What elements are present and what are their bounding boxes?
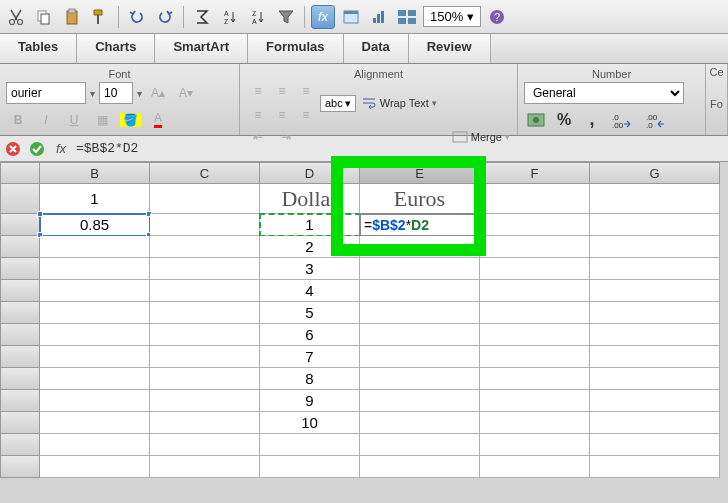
cell-D4[interactable]: 3 <box>260 258 360 280</box>
cut-icon[interactable] <box>4 5 28 29</box>
cell[interactable] <box>480 324 590 346</box>
cell[interactable] <box>360 368 480 390</box>
increase-decimal-button[interactable]: .0.00 <box>608 109 638 131</box>
chart-icon[interactable] <box>367 5 391 29</box>
align-top-icon[interactable]: ≡ <box>246 80 270 102</box>
cell[interactable] <box>40 434 150 456</box>
row-header[interactable] <box>0 412 40 434</box>
cell[interactable] <box>40 236 150 258</box>
align-center-icon[interactable]: ≡ <box>270 104 294 126</box>
sort-desc-icon[interactable]: ZA <box>246 5 270 29</box>
cell[interactable] <box>40 412 150 434</box>
fx-label[interactable]: fx <box>52 140 70 158</box>
cell[interactable] <box>590 258 720 280</box>
tab-formulas[interactable]: Formulas <box>248 34 344 63</box>
align-middle-icon[interactable]: ≡ <box>270 80 294 102</box>
sort-asc-icon[interactable]: AZ <box>218 5 242 29</box>
cell[interactable] <box>360 456 480 478</box>
fill-color-button[interactable]: 🪣 <box>118 109 142 131</box>
autosum-icon[interactable] <box>190 5 214 29</box>
cell-G2[interactable] <box>590 214 720 236</box>
cell-E1[interactable]: Euros <box>360 184 480 214</box>
cell-B1[interactable]: 1 <box>40 184 150 214</box>
col-header-C[interactable]: C <box>150 162 260 184</box>
cell[interactable] <box>360 302 480 324</box>
font-name-select[interactable] <box>6 82 86 104</box>
cell-C1[interactable] <box>150 184 260 214</box>
cell-E2-editing[interactable]: =$B$2*D2 <box>360 214 480 236</box>
col-header-F[interactable]: F <box>480 162 590 184</box>
chevron-down-icon[interactable]: ▾ <box>90 88 95 99</box>
cancel-formula-button[interactable] <box>4 140 22 158</box>
cell[interactable] <box>150 236 260 258</box>
confirm-formula-button[interactable] <box>28 140 46 158</box>
row-header[interactable] <box>0 434 40 456</box>
paste-icon[interactable] <box>60 5 84 29</box>
gallery-icon[interactable] <box>395 5 419 29</box>
cell[interactable] <box>150 302 260 324</box>
cell-D10[interactable]: 9 <box>260 390 360 412</box>
cell[interactable] <box>360 346 480 368</box>
row-header[interactable] <box>0 456 40 478</box>
align-left-icon[interactable]: ≡ <box>246 104 270 126</box>
cell[interactable] <box>590 346 720 368</box>
cell-D7[interactable]: 6 <box>260 324 360 346</box>
cell-D3[interactable]: 2 <box>260 236 360 258</box>
cell-F2[interactable] <box>480 214 590 236</box>
cell[interactable] <box>150 324 260 346</box>
cell[interactable] <box>360 412 480 434</box>
cell[interactable] <box>150 456 260 478</box>
row-header[interactable] <box>0 236 40 258</box>
tab-review[interactable]: Review <box>409 34 491 63</box>
cell[interactable] <box>590 302 720 324</box>
cell[interactable] <box>590 368 720 390</box>
cell[interactable] <box>40 324 150 346</box>
cell[interactable] <box>40 302 150 324</box>
cell-D1[interactable]: Dollar <box>260 184 360 214</box>
bold-button[interactable]: B <box>6 109 30 131</box>
row-header[interactable] <box>0 214 40 236</box>
comma-button[interactable]: , <box>580 109 604 131</box>
cell[interactable] <box>150 368 260 390</box>
row-header[interactable] <box>0 258 40 280</box>
tab-smartart[interactable]: SmartArt <box>155 34 248 63</box>
row-header[interactable] <box>0 368 40 390</box>
tab-charts[interactable]: Charts <box>77 34 155 63</box>
cell[interactable] <box>40 368 150 390</box>
cell[interactable] <box>40 258 150 280</box>
row-header[interactable] <box>0 280 40 302</box>
cell[interactable] <box>590 412 720 434</box>
number-format-select[interactable]: General <box>524 82 684 104</box>
format-painter-icon[interactable] <box>88 5 112 29</box>
show-hide-icon[interactable] <box>339 5 363 29</box>
row-header[interactable] <box>0 324 40 346</box>
decrease-font-icon[interactable]: A▾ <box>174 82 198 104</box>
cell[interactable] <box>590 390 720 412</box>
increase-font-icon[interactable]: A▴ <box>146 82 170 104</box>
cell[interactable] <box>590 456 720 478</box>
cell[interactable] <box>150 258 260 280</box>
cell[interactable] <box>480 258 590 280</box>
row-header[interactable] <box>0 390 40 412</box>
cell[interactable] <box>260 456 360 478</box>
zoom-select[interactable]: 150% ▾ <box>423 6 481 27</box>
formula-input[interactable] <box>76 141 724 156</box>
tab-tables[interactable]: Tables <box>0 34 77 63</box>
copy-icon[interactable] <box>32 5 56 29</box>
cell-G1[interactable] <box>590 184 720 214</box>
cell[interactable] <box>480 302 590 324</box>
cell[interactable] <box>480 390 590 412</box>
fx-icon[interactable]: fx <box>311 5 335 29</box>
italic-button[interactable]: I <box>34 109 58 131</box>
cell-D5[interactable]: 4 <box>260 280 360 302</box>
cell-D11[interactable]: 10 <box>260 412 360 434</box>
wrap-text-button[interactable]: Wrap Text▾ <box>360 92 438 114</box>
col-header-D[interactable]: D <box>260 162 360 184</box>
cell[interactable] <box>150 390 260 412</box>
cell[interactable] <box>40 456 150 478</box>
cell-D8[interactable]: 7 <box>260 346 360 368</box>
align-bottom-icon[interactable]: ≡ <box>294 80 318 102</box>
cell-F1[interactable] <box>480 184 590 214</box>
align-right-icon[interactable]: ≡ <box>294 104 318 126</box>
cell-C2[interactable] <box>150 214 260 236</box>
